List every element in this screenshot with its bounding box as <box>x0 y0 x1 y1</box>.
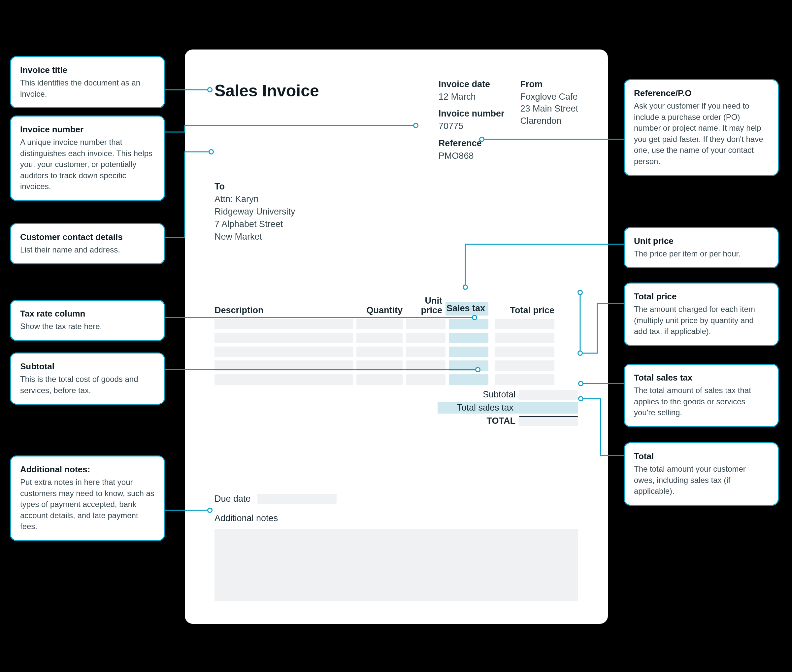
callout-reference-po: Reference/P.O Ask your customer if you n… <box>624 79 779 176</box>
dot-tax-column <box>472 315 477 320</box>
to-value: Attn: Karyn Ridgeway University 7 Alphab… <box>214 193 578 243</box>
meta-right-column: From Foxglove Cafe 23 Main Street Claren… <box>520 79 578 162</box>
callout-body: Put extra notes in here that your custom… <box>20 477 155 532</box>
dot-unit-price-top <box>462 285 468 290</box>
col-sales-tax: Sales tax <box>445 302 488 315</box>
callout-invoice-title: Invoice title This identifies the docume… <box>10 56 165 108</box>
totals-block: Subtotal Total sales tax TOTAL <box>214 388 578 428</box>
dot-total-sales-tax <box>578 381 584 386</box>
invoice-date-value: 12 March <box>438 91 504 102</box>
line-items-table: Description Quantity Unit price Sales ta… <box>214 296 578 428</box>
dot-invoice-title <box>207 87 213 93</box>
col-quantity: Quantity <box>353 305 403 315</box>
meta-left-column: Invoice date 12 March Invoice number 707… <box>438 79 504 162</box>
invoice-number-label: Invoice number <box>438 109 504 119</box>
dot-subtotal <box>475 367 480 372</box>
callout-body: List their name and address. <box>20 244 155 256</box>
callout-total: Total The total amount your customer owe… <box>624 442 779 506</box>
total-label: TOTAL <box>440 416 519 426</box>
callout-title: Customer contact details <box>20 232 155 242</box>
dot-additional-notes <box>207 508 213 513</box>
footer-area: Due date Additional notes <box>214 494 578 602</box>
invoice-title: Sales Invoice <box>214 81 319 162</box>
callout-title: Subtotal <box>20 362 155 372</box>
from-label: From <box>520 79 578 90</box>
to-block: To Attn: Karyn Ridgeway University 7 Alp… <box>214 182 578 243</box>
dot-invoice-number <box>413 123 418 128</box>
total-value <box>519 416 578 426</box>
dot-reference <box>479 137 485 142</box>
callout-body: The amount charged for each item (multip… <box>634 304 768 337</box>
invoice-document: Sales Invoice Invoice date 12 March Invo… <box>185 50 608 624</box>
callout-unit-price: Unit price The price per item or per hou… <box>624 227 779 268</box>
table-row <box>214 333 578 343</box>
invoice-date-label: Invoice date <box>438 79 504 90</box>
col-unit-price: Unit price <box>403 296 445 315</box>
callout-title: Total <box>634 451 768 461</box>
callout-tax-rate: Tax rate column Show the tax rate here. <box>10 300 165 341</box>
callout-title: Unit price <box>634 236 768 246</box>
subtotal-label: Subtotal <box>440 389 519 400</box>
callout-body: Ask your customer if you need to include… <box>634 100 768 167</box>
reference-label: Reference <box>438 138 504 149</box>
total-sales-tax-value <box>517 403 576 413</box>
reference-value: PMO868 <box>438 150 504 162</box>
callout-customer-contact: Customer contact details List their name… <box>10 223 165 264</box>
from-value: Foxglove Cafe 23 Main Street Clarendon <box>520 91 578 127</box>
callout-title: Total price <box>634 291 768 302</box>
callout-title: Tax rate column <box>20 309 155 319</box>
table-row <box>214 360 578 371</box>
callout-body: This is the total cost of goods and serv… <box>20 374 155 396</box>
notes-box <box>214 529 578 602</box>
col-total-price: Total price <box>488 305 554 315</box>
table-body <box>214 319 578 385</box>
callout-additional-notes: Additional notes: Put extra notes in her… <box>10 456 165 541</box>
due-date-value <box>258 494 337 504</box>
table-row <box>214 319 578 330</box>
callout-title: Reference/P.O <box>634 88 768 98</box>
dot-total <box>578 396 584 402</box>
due-date-label: Due date <box>214 494 251 504</box>
callout-body: A unique invoice number that distinguish… <box>20 137 155 192</box>
callout-title: Invoice number <box>20 125 155 134</box>
callout-title: Total sales tax <box>634 373 768 383</box>
invoice-number-value: 70775 <box>438 120 504 132</box>
total-sales-tax-label: Total sales tax <box>438 403 517 413</box>
table-row <box>214 374 578 385</box>
notes-label: Additional notes <box>214 513 578 523</box>
callout-body: This identifies the document as an invoi… <box>20 77 155 99</box>
dot-total-price-bottom <box>578 350 583 356</box>
callout-body: The total amount of sales tax that appli… <box>634 385 768 418</box>
col-description: Description <box>214 305 353 315</box>
callout-subtotal: Subtotal This is the total cost of goods… <box>10 352 165 405</box>
to-label: To <box>214 182 578 192</box>
callout-invoice-number: Invoice number A unique invoice number t… <box>10 115 165 201</box>
callout-body: The total amount your customer owes, inc… <box>634 463 768 497</box>
table-row <box>214 347 578 357</box>
callout-title: Invoice title <box>20 65 155 75</box>
callout-body: The price per item or per hour. <box>634 248 768 259</box>
dot-to <box>208 149 214 154</box>
callout-total-sales-tax: Total sales tax The total amount of sale… <box>624 364 779 427</box>
dot-total-price-top <box>578 290 583 295</box>
subtotal-value <box>519 390 578 400</box>
callout-total-price: Total price The amount charged for each … <box>624 283 779 346</box>
callout-title: Additional notes: <box>20 464 155 475</box>
callout-body: Show the tax rate here. <box>20 321 155 332</box>
